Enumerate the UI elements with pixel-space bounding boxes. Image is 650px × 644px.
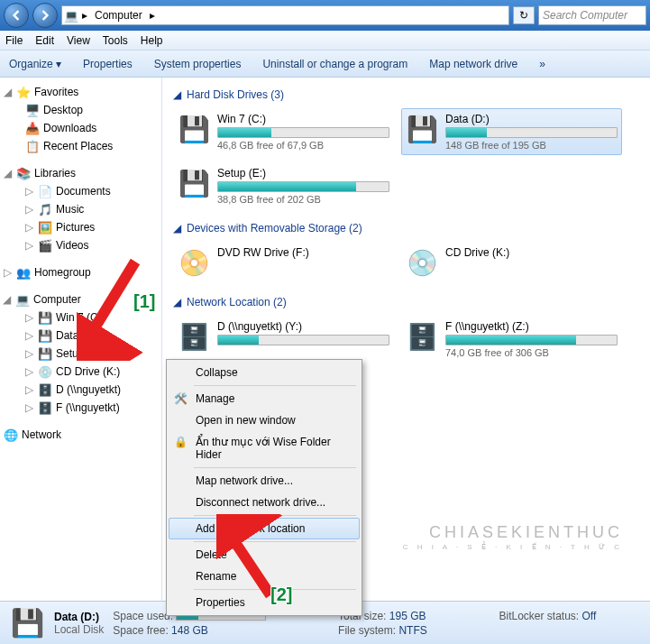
toolbar-overflow[interactable]: » — [539, 58, 545, 70]
tree-favorites[interactable]: ◢⭐Favorites — [0, 83, 161, 101]
drive-item[interactable]: 🗄️ F (\\nguyetkt) (Z:)74,0 GB free of 30… — [401, 316, 622, 363]
videos-icon: 🎬 — [38, 238, 52, 253]
drive-icon: 💾 — [178, 167, 210, 199]
tree-item-documents[interactable]: ▷📄Documents — [0, 182, 161, 200]
drive-item[interactable]: 🗄️ D (\\nguyetkt) (Y:) — [173, 316, 394, 363]
tree-item-netdrive-d[interactable]: ▷🗄️D (\\nguyetkt) — [0, 381, 161, 399]
usage-bar — [217, 127, 389, 138]
computer-icon: 💻 — [15, 292, 30, 307]
toolbar-properties[interactable]: Properties — [83, 58, 133, 70]
downloads-icon: 📥 — [25, 121, 40, 135]
forward-button[interactable] — [32, 3, 58, 28]
expand-icon: ▷ — [25, 347, 34, 360]
tree-item-recent[interactable]: 📋Recent Places — [0, 137, 161, 155]
tree-libraries[interactable]: ◢📚Libraries — [0, 164, 161, 182]
usage-bar — [217, 335, 389, 345]
dvd-icon: 📀 — [178, 246, 210, 279]
tree-item-drive-d[interactable]: ▷💾Data (D:) — [0, 327, 161, 345]
tree-item-desktop[interactable]: 🖥️Desktop — [0, 101, 161, 119]
tree-item-drive-c[interactable]: ▷💾Win 7 (C:) — [0, 308, 161, 327]
drive-icon: 💾 — [38, 346, 52, 361]
tree-item-drive-e[interactable]: ▷💾Setup (E:) — [0, 345, 161, 363]
expand-icon: ▷ — [25, 365, 34, 378]
tree-homegroup[interactable]: ▷👥Homegroup — [0, 263, 161, 281]
breadcrumb[interactable]: 💻 ▸ Computer ▸ — [61, 5, 509, 25]
drive-icon: 💾 — [406, 113, 438, 145]
section-netloc[interactable]: ◢Network Location (2) — [173, 292, 639, 312]
search-input[interactable]: Search Computer — [538, 5, 646, 25]
cd-icon: 💿 — [38, 364, 52, 379]
desktop-icon: 🖥️ — [25, 103, 40, 117]
netdrive-icon: 🗄️ — [178, 320, 210, 353]
music-icon: 🎵 — [38, 202, 52, 216]
expand-icon: ▷ — [25, 221, 34, 234]
drive-item[interactable]: 📀DVD RW Drive (F:) — [173, 242, 394, 283]
cd-icon: 💿 — [406, 246, 438, 279]
computer-icon: 💻 — [64, 8, 78, 23]
tree-item-drive-k[interactable]: ▷💿CD Drive (K:) — [0, 363, 161, 381]
ctx-open-new[interactable]: Open in new window — [169, 409, 360, 431]
ctx-delete[interactable]: Delete — [169, 544, 360, 566]
collapse-icon: ◢ — [4, 86, 13, 98]
refresh-button[interactable]: ↻ — [513, 6, 535, 24]
tree-computer[interactable]: ◢💻Computer — [0, 290, 161, 308]
breadcrumb-sep: ▸ — [150, 9, 155, 22]
menu-tools[interactable]: Tools — [103, 34, 128, 47]
back-button[interactable] — [4, 3, 29, 28]
drive-item[interactable]: 💿CD Drive (K:) — [401, 242, 622, 283]
lock-icon: 🔒 — [174, 436, 188, 450]
section-removable[interactable]: ◢Devices with Removable Storage (2) — [173, 218, 639, 238]
ctx-properties[interactable]: Properties — [169, 592, 360, 613]
breadcrumb-item[interactable]: Computer — [91, 9, 146, 22]
ctx-manage[interactable]: 🛠️Manage — [169, 388, 360, 409]
collapse-icon: ◢ — [173, 296, 181, 308]
tree-item-videos[interactable]: ▷🎬Videos — [0, 236, 161, 254]
breadcrumb-sep: ▸ — [82, 9, 87, 22]
expand-icon: ▷ — [25, 239, 34, 252]
drive-icon: 💾 — [9, 605, 45, 641]
ctx-map-drive[interactable]: Map network drive... — [169, 470, 360, 492]
tree-item-downloads[interactable]: 📥Downloads — [0, 119, 161, 137]
drive-icon: 💾 — [178, 113, 210, 145]
tree-item-netdrive-f[interactable]: ▷🗄️F (\\nguyetkt) — [0, 399, 161, 417]
ctx-collapse[interactable]: Collapse — [169, 362, 360, 383]
status-title: Data (D:) — [54, 611, 104, 623]
usage-bar — [217, 181, 389, 192]
toolbar-organize[interactable]: Organize ▾ — [9, 58, 61, 70]
separator — [194, 589, 356, 590]
expand-icon: ▷ — [25, 383, 34, 396]
toolbar-uninstall[interactable]: Uninstall or change a program — [262, 58, 407, 70]
separator — [194, 541, 356, 542]
menu-edit[interactable]: Edit — [35, 34, 54, 47]
tree-item-pictures[interactable]: ▷🖼️Pictures — [0, 218, 161, 236]
drive-item[interactable]: 💾 Data (D:)148 GB free of 195 GB — [401, 108, 622, 155]
netdrive-icon: 🗄️ — [38, 382, 52, 397]
tree-item-music[interactable]: ▷🎵Music — [0, 200, 161, 218]
menu-view[interactable]: View — [67, 34, 90, 47]
toolbar-sysprops[interactable]: System properties — [154, 58, 242, 70]
status-subtitle: Local Disk — [54, 623, 104, 636]
toolbar: Organize ▾ Properties System properties … — [0, 51, 650, 78]
menu-help[interactable]: Help — [141, 34, 163, 47]
toolbar-mapdrive[interactable]: Map network drive — [429, 58, 517, 70]
libraries-icon: 📚 — [16, 166, 31, 180]
drive-item[interactable]: 💾 Win 7 (C:)46,8 GB free of 67,9 GB — [173, 108, 394, 155]
star-icon: ⭐ — [16, 85, 31, 99]
ctx-wise-hider[interactable]: 🔒Ẩn thư mục với Wise Folder Hider — [169, 431, 360, 465]
homegroup-icon: 👥 — [16, 265, 31, 280]
usage-bar — [445, 127, 618, 138]
collapse-icon: ◢ — [173, 222, 181, 235]
menu-file[interactable]: File — [5, 34, 23, 47]
drive-item[interactable]: 💾 Setup (E:)38,8 GB free of 202 GB — [173, 162, 394, 209]
section-hdd[interactable]: ◢Hard Disk Drives (3) — [173, 85, 639, 105]
ctx-add-netloc[interactable]: Add a network location — [169, 518, 360, 539]
ctx-disconnect[interactable]: Disconnect network drive... — [169, 492, 360, 513]
expand-icon: ▷ — [25, 203, 34, 216]
ctx-rename[interactable]: Rename — [169, 566, 360, 587]
recent-icon: 📋 — [25, 139, 40, 153]
expand-icon: ▷ — [25, 329, 34, 342]
network-icon: 🌐 — [4, 428, 18, 442]
context-menu: Collapse 🛠️Manage Open in new window 🔒Ẩn… — [166, 359, 362, 616]
tree-network[interactable]: 🌐Network — [0, 426, 161, 444]
separator — [194, 515, 356, 516]
